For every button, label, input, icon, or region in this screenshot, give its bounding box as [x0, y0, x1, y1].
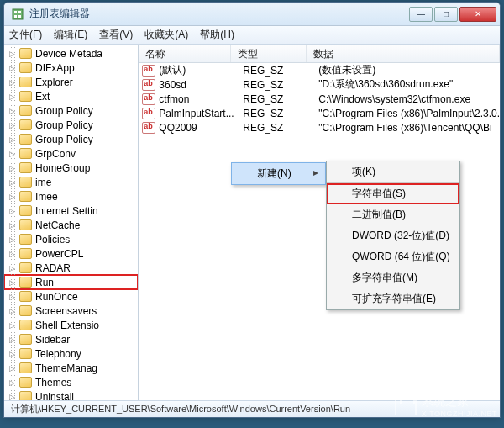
ctx-new[interactable]: 新建(N) [231, 162, 326, 185]
tree-item-radar[interactable]: RADAR [4, 261, 138, 275]
tree-item-runonce[interactable]: RunOnce [4, 289, 138, 304]
folder-icon [19, 320, 32, 330]
ctx-multi[interactable]: 多字符串值(M) [327, 267, 459, 288]
tree-label: ThemeManag [35, 362, 97, 374]
value-row[interactable]: QQ2009REG_SZ"C:\Program Files (x86)\Tenc… [139, 120, 500, 135]
tree-label: HomeGroup [35, 162, 90, 174]
svg-rect-0 [13, 9, 23, 19]
tree-item-ime[interactable]: ime [4, 175, 138, 189]
context-submenu-new: 项(K) 字符串值(S) 二进制值(B) DWORD (32-位)值(D) QW… [326, 161, 460, 310]
folder-icon [19, 234, 32, 245]
value-data: C:\Windows\system32\ctfmon.exe [318, 93, 500, 105]
value-name: QQ2009 [159, 122, 243, 134]
tree-item-explorer[interactable]: Explorer [4, 75, 138, 89]
col-name[interactable]: 名称 [139, 45, 231, 62]
col-data[interactable]: 数据 [307, 45, 500, 62]
tree-label: Imee [35, 191, 58, 203]
value-row[interactable]: ctfmonREG_SZC:\Windows\system32\ctfmon.e… [139, 92, 500, 106]
ctx-qword[interactable]: QWORD (64 位)值(Q) [327, 246, 459, 267]
tree-pane[interactable]: Device MetadaDIFxAppExplorerExtGroup Pol… [4, 45, 139, 400]
tree-label: Telephony [35, 348, 81, 360]
folder-icon [19, 148, 32, 159]
maximize-button[interactable]: □ [434, 7, 458, 22]
tree-item-difxapp[interactable]: DIFxApp [4, 61, 138, 75]
value-type: REG_SZ [243, 79, 318, 91]
tree-item-internet-settin[interactable]: Internet Settin [4, 203, 138, 218]
tree-item-group-policy[interactable]: Group Policy [4, 103, 138, 118]
menu-favorites[interactable]: 收藏夹(A) [144, 28, 188, 42]
folder-icon [19, 262, 32, 273]
string-icon [142, 93, 155, 105]
tree-label: RunOnce [35, 291, 78, 303]
tree-item-screensavers[interactable]: Screensavers [4, 304, 138, 318]
tree-label: Shell Extensio [35, 320, 99, 331]
string-icon [142, 79, 155, 91]
ctx-expand[interactable]: 可扩充字符串值(E) [327, 288, 459, 309]
tree-item-group-policy[interactable]: Group Policy [4, 118, 138, 132]
window-title: 注册表编辑器 [29, 7, 409, 21]
list-header[interactable]: 名称 类型 数据 [139, 45, 500, 63]
value-name: PalmInputStart... [159, 108, 243, 119]
folder-icon [19, 134, 32, 145]
col-type[interactable]: 类型 [231, 45, 307, 62]
menubar: 文件(F) 编辑(E) 查看(V) 收藏夹(A) 帮助(H) [4, 26, 500, 45]
tree-label: Device Metada [35, 48, 102, 60]
tree-item-themes[interactable]: Themes [4, 375, 138, 389]
tree-item-homegroup[interactable]: HomeGroup [4, 161, 138, 175]
tree-item-group-policy[interactable]: Group Policy [4, 132, 138, 146]
value-row[interactable]: 360sdREG_SZ"D:\系统\360sd\360sdrun.exe" [139, 77, 500, 92]
menu-edit[interactable]: 编辑(E) [54, 28, 87, 42]
close-button[interactable]: ✕ [459, 7, 496, 22]
ctx-dword[interactable]: DWORD (32-位)值(D) [327, 225, 459, 246]
string-icon [142, 108, 155, 119]
tree-label: Sidebar [35, 334, 70, 346]
tree-item-imee[interactable]: Imee [4, 189, 138, 203]
value-data: "D:\系统\360sd\360sdrun.exe" [318, 77, 500, 92]
tree-item-sidebar[interactable]: Sidebar [4, 332, 138, 346]
svg-rect-4 [18, 15, 21, 18]
tree-item-grpconv[interactable]: GrpConv [4, 146, 138, 161]
folder-icon [19, 305, 32, 316]
ctx-string[interactable]: 字符串值(S) [327, 183, 459, 204]
tree-label: Group Policy [35, 105, 93, 117]
ctx-binary[interactable]: 二进制值(B) [327, 204, 459, 225]
tree-item-telephony[interactable]: Telephony [4, 346, 138, 361]
tree-label: GrpConv [35, 148, 76, 160]
titlebar[interactable]: 注册表编辑器 — □ ✕ [4, 3, 500, 26]
ctx-key[interactable]: 项(K) [327, 161, 459, 183]
tree-label: Explorer [35, 77, 73, 88]
value-row[interactable]: PalmInputStart...REG_SZ"C:\Program Files… [139, 106, 500, 120]
folder-icon [19, 291, 32, 302]
minimize-button[interactable]: — [409, 7, 433, 22]
menu-view[interactable]: 查看(V) [99, 28, 133, 42]
folder-icon [19, 91, 32, 102]
folder-icon [19, 162, 32, 173]
tree-item-powercpl[interactable]: PowerCPL [4, 246, 138, 261]
value-data: "C:\Program Files (x86)\Tencent\QQ\Bi [318, 122, 500, 134]
value-type: REG_SZ [243, 65, 318, 77]
tree-item-thememanag[interactable]: ThemeManag [4, 361, 138, 375]
tree-item-run[interactable]: Run [4, 275, 138, 289]
folder-icon [19, 77, 32, 87]
value-name: ctfmon [159, 93, 243, 105]
app-icon [11, 8, 24, 21]
statusbar: 计算机\HKEY_CURRENT_USER\Software\Microsoft… [4, 400, 500, 417]
tree-item-policies[interactable]: Policies [4, 232, 138, 246]
value-type: REG_SZ [243, 108, 318, 119]
value-name: 360sd [159, 79, 243, 91]
tree-label: DIFxApp [35, 62, 75, 74]
tree-item-netcache[interactable]: NetCache [4, 218, 138, 232]
folder-icon [19, 62, 32, 73]
tree-item-ext[interactable]: Ext [4, 89, 138, 103]
folder-icon [19, 177, 32, 188]
tree-label: ime [35, 177, 51, 188]
menu-file[interactable]: 文件(F) [9, 28, 42, 42]
tree-label: Policies [35, 234, 70, 246]
tree-item-shell-extensio[interactable]: Shell Extensio [4, 318, 138, 332]
tree-item-device-metada[interactable]: Device Metada [4, 46, 138, 61]
value-name: (默认) [159, 63, 243, 77]
value-row[interactable]: (默认)REG_SZ(数值未设置) [139, 63, 500, 77]
menu-help[interactable]: 帮助(H) [200, 28, 234, 42]
tree-item-uninstall[interactable]: Uninstall [4, 389, 138, 400]
folder-icon [19, 219, 32, 230]
